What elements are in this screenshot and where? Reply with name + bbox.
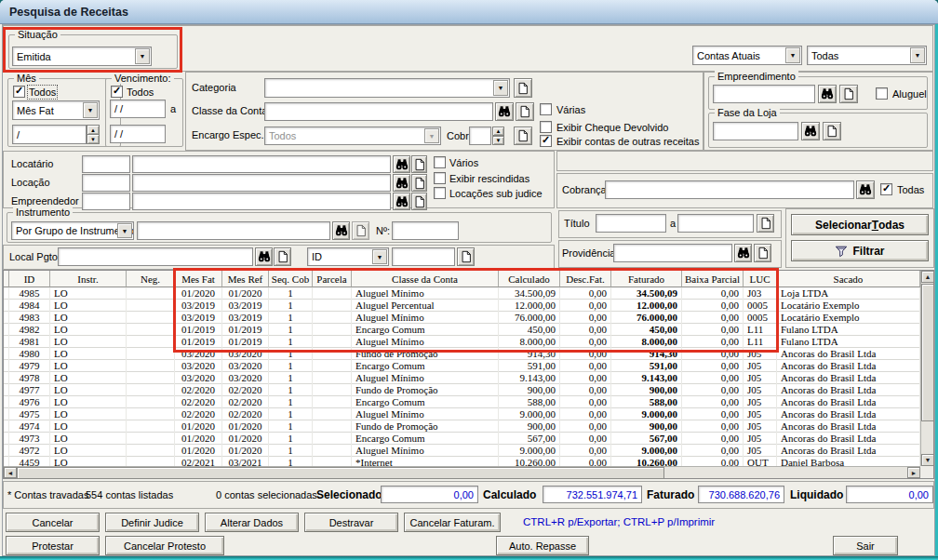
empreendedor-search-button[interactable] [393,193,410,210]
column-header[interactable]: Classe da Conta [352,271,499,287]
mes-todos-checkbox[interactable] [13,86,25,98]
scroll-left-icon[interactable]: ◄ [4,467,17,478]
chevron-down-icon[interactable] [910,47,925,63]
locacao-new-button[interactable] [411,174,427,192]
column-header[interactable]: Sacado [777,271,920,287]
providencia-search-button[interactable] [734,244,752,262]
cobranca-todas-checkbox[interactable] [880,183,892,195]
chevron-down-icon[interactable] [493,80,508,96]
providencia-field[interactable] [613,244,732,262]
id-select[interactable]: ID [307,247,389,266]
local-pgto-new-button[interactable] [274,247,291,266]
mes-spin-field[interactable]: / [12,125,87,144]
chevron-down-icon[interactable] [135,48,150,64]
titulo-ate-field[interactable] [677,214,754,233]
auto-repasse-button[interactable]: Auto. Repasse [496,536,589,555]
destravar-button[interactable]: Destravar [304,513,398,532]
table-row[interactable]: 4459LO02/202103/20211*Internet10.260,000… [4,457,920,466]
cobr-field[interactable] [469,127,491,145]
varias-checkbox[interactable] [540,103,552,115]
cancelar-faturamento-button[interactable]: Cancelar Faturam. [404,513,501,532]
empreendimento-field[interactable] [713,85,815,103]
id-new-button[interactable] [457,247,475,266]
chevron-down-icon[interactable] [83,102,98,118]
exibir-rescindidas-checkbox[interactable] [434,172,446,184]
selecionar-todas-button[interactable]: Selecionar Todas [791,214,929,235]
exibir-cheque-checkbox[interactable] [540,121,552,133]
vencimento-de-field[interactable]: / / [110,100,166,118]
table-row[interactable]: 4982LO01/201901/20191Encargo Comum450,00… [4,324,920,336]
titlebar[interactable]: Pesquisa de Receitas [0,0,938,24]
cobranca-field[interactable] [605,180,854,199]
locatario-new-button[interactable] [411,155,427,173]
calculado-value-field[interactable]: 732.551.974,71 [543,486,642,503]
protestar-button[interactable]: Protestar [6,536,100,555]
local-pgto-field[interactable] [58,247,253,266]
local-pgto-search-button[interactable] [255,247,273,266]
column-header[interactable]: Seq. Cob [269,271,313,287]
titulo-new-button[interactable] [757,214,774,233]
cobr-new-button[interactable] [514,127,532,145]
titulo-de-field[interactable] [596,214,666,233]
alterar-dados-button[interactable]: Alterar Dados [205,513,299,532]
situacao-select[interactable]: Emitida [12,47,152,66]
selecionado-value-field[interactable]: 0,00 [381,486,478,503]
table-row[interactable]: 4980LO03/202003/20201Fundo de Promoção91… [4,348,920,360]
horizontal-scrollbar[interactable]: ◄ ► [4,466,920,478]
definir-judice-button[interactable]: Definir Judice [105,513,199,532]
sair-button[interactable]: Sair [833,536,898,555]
locacoes-sub-judice-checkbox[interactable] [434,187,446,199]
locatario-name-field[interactable] [132,155,391,173]
empreendedor-name-field[interactable] [132,193,391,210]
column-header[interactable]: Mes Ref [222,271,269,287]
instrumento-tipo-select[interactable]: Por Grupo de Instrumento [11,221,134,240]
table-row[interactable]: 4978LO03/202003/20201Aluguel Mínimo9.143… [4,372,920,384]
locatario-code-field[interactable] [82,155,130,173]
categoria-new-button[interactable] [514,78,532,98]
column-header[interactable]: Baixa Parcial [682,271,744,287]
chevron-down-icon[interactable] [117,223,132,238]
vertical-scrollbar[interactable]: ▲ ▼ [920,271,933,466]
locatario-search-button[interactable] [393,155,410,173]
instrumento-field[interactable] [137,221,330,240]
cancelar-button[interactable]: Cancelar [6,513,100,532]
filtrar-button[interactable]: Filtrar [791,240,929,261]
numero-field[interactable] [392,221,459,240]
fase-loja-field[interactable] [713,122,798,140]
aluguel-checkbox[interactable] [876,87,888,100]
column-header[interactable]: LUC [744,271,777,287]
locacao-search-button[interactable] [393,174,410,192]
fase-loja-new-button[interactable] [823,122,841,140]
column-header[interactable]: Faturado [611,271,682,287]
faturado-value-field[interactable]: 730.688.620,76 [698,486,784,503]
id-field[interactable] [392,247,455,266]
horizontal-scroll-thumb[interactable] [17,467,664,479]
cobranca-search-button[interactable] [856,180,875,199]
varios-checkbox[interactable] [434,156,446,168]
chevron-down-icon[interactable] [372,249,387,264]
cancelar-protesto-button[interactable]: Cancelar Protesto [105,536,224,555]
empreendimento-search-button[interactable] [818,85,837,103]
column-header[interactable]: ID [9,271,50,287]
column-header[interactable]: Parcela [313,271,352,287]
table-row[interactable]: 4973LO01/202001/20201Encargo Comum567,00… [4,433,920,445]
scroll-up-icon[interactable]: ▲ [921,271,934,283]
table-row[interactable]: 4981LO01/201901/20191Aluguel Mínimo8.000… [4,336,920,348]
table-row[interactable]: 4976LO02/202002/20201Encargo Comum588,00… [4,396,920,408]
column-header[interactable]: Calculado [499,271,560,287]
column-header[interactable]: Desc.Fat. [560,271,611,287]
table-row[interactable]: 4983LO03/201903/20191Aluguel Mínimo76.00… [4,312,920,324]
categoria-select[interactable] [264,78,510,98]
contas-atuais-select[interactable]: Contas Atuais [692,46,802,65]
table-row[interactable]: 4974LO01/202001/20201Fundo de Promoção90… [4,420,920,433]
column-header[interactable]: Neg. [127,271,175,287]
classe-new-button[interactable] [516,102,534,121]
fase-loja-search-button[interactable] [801,122,820,140]
classe-field[interactable] [264,102,493,121]
spin-down-icon[interactable]: ▼ [492,136,504,145]
classe-search-button[interactable] [495,102,514,121]
scroll-right-icon[interactable]: ► [907,467,920,478]
table-row[interactable]: 4979LO03/202003/20201Encargo Comum591,00… [4,360,920,372]
spin-down-icon[interactable]: ▼ [87,134,100,144]
abrangencia-select[interactable]: Todas [807,46,927,65]
